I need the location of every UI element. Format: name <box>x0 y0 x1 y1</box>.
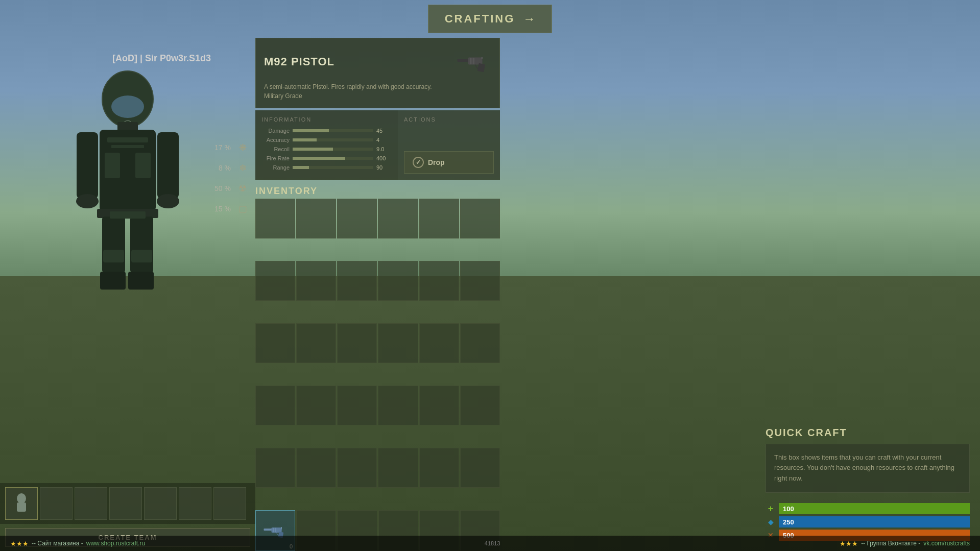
item-title: M92 PISTOL <box>264 55 334 68</box>
inv-cell-1-1[interactable] <box>296 261 336 301</box>
inv-cell-0-3[interactable] <box>378 199 418 238</box>
resource-bar-blue: 250 <box>779 516 970 528</box>
svg-rect-26 <box>470 58 472 64</box>
inv-cell-3-3[interactable] <box>378 386 418 425</box>
svg-rect-28 <box>481 57 483 59</box>
inv-cell-2-5[interactable] <box>460 323 500 363</box>
bottom-bar: ★★★ -- Сайт магазина - www.shop.rustcraf… <box>0 536 980 551</box>
inv-cell-3-1[interactable] <box>296 386 336 425</box>
server-id: 41813 <box>485 540 500 546</box>
item-header: M92 PISTOL <box>264 46 491 77</box>
inv-cell-0-4[interactable] <box>419 199 459 238</box>
inv-cell-2-3[interactable] <box>378 323 418 363</box>
character-model <box>51 58 204 314</box>
inv-cell-4-0[interactable] <box>255 448 295 488</box>
stat-value-4: 90 <box>376 164 392 171</box>
inv-cell-0-1[interactable] <box>296 199 336 238</box>
equip-slot-2[interactable] <box>75 487 107 520</box>
svg-rect-15 <box>130 217 153 273</box>
drop-icon: ✓ <box>413 157 424 168</box>
inv-cell-4-2[interactable] <box>337 448 377 488</box>
svg-rect-19 <box>128 272 154 290</box>
crafting-label: CRAFTING <box>445 12 515 26</box>
inv-cell-0-5[interactable] <box>460 199 500 238</box>
quick-craft-box: This box shows items that you can craft … <box>766 444 970 493</box>
character-area: [AoD] | Sir P0w3r.S1d3 <box>0 38 255 483</box>
stat-row-3: Fire Rate 400 <box>261 155 392 161</box>
inv-cell-1-0[interactable] <box>255 261 295 301</box>
inv-cell-1-2[interactable] <box>337 261 377 301</box>
inv-cell-3-0[interactable] <box>255 386 295 425</box>
status-pct-1: 17 % <box>210 143 231 152</box>
inv-cell-2-4[interactable] <box>419 323 459 363</box>
inv-cell-2-1[interactable] <box>296 323 336 363</box>
inv-cell-2-2[interactable] <box>337 323 377 363</box>
character-slot-icon <box>12 493 31 514</box>
left-stars: ★★★ <box>10 540 29 547</box>
stat-name-1: Accuracy <box>261 137 290 143</box>
svg-rect-17 <box>131 250 152 262</box>
center-panel: M92 PISTOL <box>255 38 500 551</box>
item-title-area: M92 PISTOL <box>264 55 334 68</box>
inv-cell-3-2[interactable] <box>337 386 377 425</box>
svg-rect-8 <box>135 153 151 178</box>
inv-cell-1-3[interactable] <box>378 261 418 301</box>
exit-icon[interactable]: → <box>523 12 535 26</box>
crafting-tab[interactable]: CRAFTING → <box>428 5 553 33</box>
svg-rect-10 <box>77 132 98 199</box>
stat-row-0: Damage 45 <box>261 128 392 134</box>
resource-bar-row-blue: ◆ 250 <box>766 516 970 528</box>
inv-cell-1-4[interactable] <box>419 261 459 301</box>
inv-cell-3-5[interactable] <box>460 386 500 425</box>
equip-slot-0[interactable] <box>5 487 38 520</box>
stat-bar-fill-1 <box>293 138 317 141</box>
stat-bar-container-3 <box>293 157 373 160</box>
stat-bar-fill-0 <box>293 129 329 132</box>
resource-value-green: 100 <box>783 505 794 513</box>
inv-cell-3-4[interactable] <box>419 386 459 425</box>
stat-bar-fill-4 <box>293 166 309 169</box>
stat-bar-container-4 <box>293 166 373 169</box>
top-bar: CRAFTING → <box>0 0 980 38</box>
status-icon-4: ▢ <box>235 201 250 217</box>
svg-rect-25 <box>477 63 485 72</box>
left-panel: [AoD] | Sir P0w3r.S1d3 <box>0 38 255 551</box>
inv-cell-1-5[interactable] <box>460 261 500 301</box>
quick-craft-section: QUICK CRAFT This box shows items that yo… <box>755 417 980 551</box>
equip-slot-6[interactable] <box>213 487 246 520</box>
status-icon-1: ❋ <box>235 140 250 155</box>
status-pct-3: 50 % <box>210 184 231 193</box>
right-stars: ★★★ <box>840 540 858 547</box>
stat-value-1: 4 <box>376 137 392 143</box>
inv-cell-4-5[interactable] <box>460 448 500 488</box>
svg-rect-11 <box>157 132 179 199</box>
drop-button[interactable]: ✓ Drop <box>404 151 494 174</box>
info-label: INFORMATION <box>261 116 392 123</box>
equip-slot-4[interactable] <box>144 487 177 520</box>
stat-row-2: Recoil 9.0 <box>261 146 392 152</box>
svg-rect-34 <box>281 528 282 529</box>
svg-rect-22 <box>17 502 26 512</box>
svg-point-12 <box>76 194 99 208</box>
quick-craft-text: This box shows items that you can craft … <box>774 452 961 484</box>
status-icon-2: ❄ <box>235 160 250 176</box>
bottom-bar-left: ★★★ -- Сайт магазина - www.shop.rustcraf… <box>10 540 145 547</box>
inv-cell-4-4[interactable] <box>419 448 459 488</box>
item-image <box>456 46 491 77</box>
inv-cell-4-3[interactable] <box>378 448 418 488</box>
inv-cell-2-0[interactable] <box>255 323 295 363</box>
left-text: -- Сайт магазина - <box>32 540 83 547</box>
equip-slot-1[interactable] <box>40 487 73 520</box>
left-link: www.shop.rustcraft.ru <box>86 540 145 547</box>
equip-slot-5[interactable] <box>179 487 211 520</box>
inv-cell-0-0[interactable] <box>255 199 295 238</box>
svg-point-21 <box>17 493 26 504</box>
inv-cell-0-2[interactable] <box>337 199 377 238</box>
stat-value-0: 45 <box>376 128 392 134</box>
svg-rect-33 <box>275 528 276 533</box>
status-icon-3: ☢ <box>235 181 250 196</box>
inv-cell-4-1[interactable] <box>296 448 336 488</box>
stat-row-1: Accuracy 4 <box>261 137 392 143</box>
resource-bars: + 100 ◆ 250 <box>766 503 970 541</box>
equip-slot-3[interactable] <box>109 487 142 520</box>
